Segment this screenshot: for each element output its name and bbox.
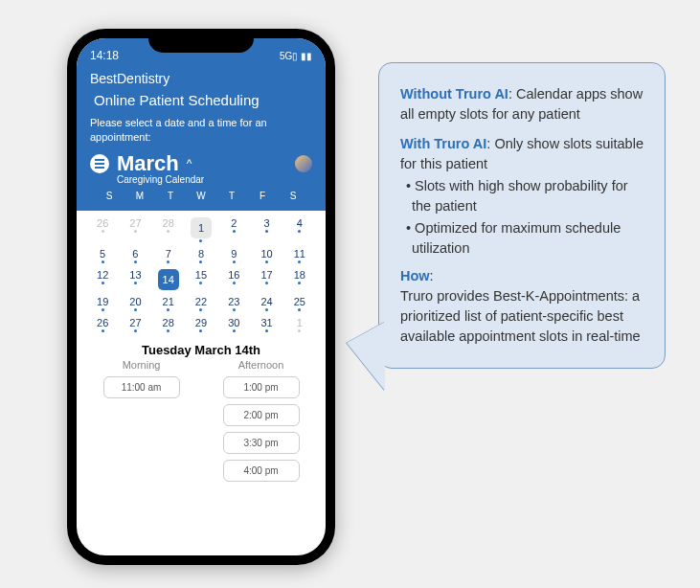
time-slot-button[interactable]: 2:00 pm xyxy=(223,404,300,426)
avatar[interactable] xyxy=(295,155,312,172)
calendar-day[interactable]: 29 xyxy=(185,314,217,335)
calendar-week: 12131415161718 xyxy=(86,266,316,293)
calendar-day[interactable]: 6 xyxy=(119,245,151,266)
callout-tail xyxy=(347,322,385,391)
calendar-day[interactable]: 27 xyxy=(119,215,151,245)
day-of-week-row: SMTWTFS xyxy=(90,191,312,201)
calendar-day[interactable]: 1 xyxy=(283,314,316,335)
dow-cell: T xyxy=(155,191,186,201)
info-callout: Without Truro AI: Calendar apps show all… xyxy=(378,62,666,369)
without-paragraph: Without Truro AI: Calendar apps show all… xyxy=(400,84,644,124)
bullet-item: Slots with high show probability for the… xyxy=(406,176,644,216)
time-slot-button[interactable]: 11:00 am xyxy=(103,376,180,398)
morning-label: Morning xyxy=(96,359,187,371)
calendar-day[interactable]: 9 xyxy=(217,245,250,266)
time-slot-button[interactable]: 4:00 pm xyxy=(223,460,300,482)
calendar-day[interactable]: 23 xyxy=(217,293,250,314)
dow-cell: S xyxy=(278,191,308,201)
how-paragraph: How: Truro provides Best-K-Appointments:… xyxy=(400,266,644,347)
calendar-day[interactable]: 31 xyxy=(250,314,282,335)
calendar-day[interactable]: 18 xyxy=(283,266,316,293)
calendar-day[interactable]: 27 xyxy=(119,314,151,335)
dow-cell: F xyxy=(247,191,278,201)
time-slot-button[interactable]: 1:00 pm xyxy=(223,376,300,398)
time-slots: Morning 11:00 am Afternoon 1:00 pm2:00 p… xyxy=(77,359,326,497)
selected-date-label: Tuesday March 14th xyxy=(77,337,326,359)
how-label: How xyxy=(400,268,430,283)
instruction-text: Please select a date and a time for an a… xyxy=(90,116,312,146)
phone-notch xyxy=(148,29,254,53)
calendar-week: 567891011 xyxy=(86,245,316,266)
dow-cell: T xyxy=(216,191,247,201)
calendar-week: 19202122232425 xyxy=(86,293,316,314)
calendar-day[interactable]: 28 xyxy=(152,215,185,245)
calendar-day[interactable]: 22 xyxy=(185,293,217,314)
time-slot-button[interactable]: 3:30 pm xyxy=(223,432,300,454)
calendar-subtitle: Caregiving Calendar xyxy=(90,174,312,185)
calendar-day[interactable]: 1 xyxy=(185,215,217,245)
calendar-day[interactable]: 10 xyxy=(250,245,282,266)
brand-name: BestDentistry xyxy=(90,71,312,86)
morning-column: Morning 11:00 am xyxy=(96,359,187,487)
calendar-day[interactable]: 14 xyxy=(152,266,185,293)
calendar-week: 2627282930311 xyxy=(86,314,316,335)
with-paragraph: With Truro AI: Only show slots suitable … xyxy=(400,134,644,174)
dow-cell: S xyxy=(94,191,124,201)
dow-cell: M xyxy=(124,191,155,201)
status-time: 14:18 xyxy=(90,49,119,62)
calendar-day[interactable]: 13 xyxy=(119,266,151,293)
without-label: Without Truro AI xyxy=(400,86,508,102)
menu-icon[interactable] xyxy=(90,154,109,173)
calendar-day[interactable]: 12 xyxy=(86,266,119,293)
with-label: With Truro AI xyxy=(400,136,486,151)
calendar-day[interactable]: 19 xyxy=(86,293,119,314)
calendar-day[interactable]: 17 xyxy=(250,266,282,293)
calendar-day[interactable]: 7 xyxy=(152,245,185,266)
calendar-day[interactable]: 2 xyxy=(217,215,250,245)
calendar-day[interactable]: 26 xyxy=(86,314,119,335)
month-selector[interactable]: March ^ xyxy=(90,151,312,176)
calendar-day[interactable]: 4 xyxy=(283,215,316,245)
calendar-day[interactable]: 3 xyxy=(250,215,282,245)
calendar-day[interactable]: 26 xyxy=(86,215,119,245)
calendar-day[interactable]: 28 xyxy=(152,314,185,335)
calendar-day[interactable]: 21 xyxy=(152,293,185,314)
calendar-day[interactable]: 24 xyxy=(250,293,282,314)
calendar-day[interactable]: 11 xyxy=(283,245,316,266)
calendar-day[interactable]: 8 xyxy=(185,245,217,266)
chevron-up-icon[interactable]: ^ xyxy=(187,157,192,170)
phone-screen: 14:18 5G▯ ▮▮ BestDentistry Online Patien… xyxy=(77,38,326,555)
page-title: Online Patient Scheduling xyxy=(90,92,312,108)
calendar-day[interactable]: 16 xyxy=(217,266,250,293)
phone-frame: 14:18 5G▯ ▮▮ BestDentistry Online Patien… xyxy=(67,29,335,565)
calendar-week: 2627281234 xyxy=(86,215,316,245)
calendar-day[interactable]: 5 xyxy=(86,245,119,266)
bullet-item: Optimized for maximum schedule utilizati… xyxy=(406,218,644,259)
calendar-day[interactable]: 25 xyxy=(283,293,316,314)
dow-cell: W xyxy=(186,191,216,201)
app-header: 14:18 5G▯ ▮▮ BestDentistry Online Patien… xyxy=(77,38,326,211)
calendar-day[interactable]: 30 xyxy=(217,314,250,335)
month-name: March xyxy=(117,151,179,176)
status-signal: 5G▯ ▮▮ xyxy=(280,51,312,61)
calendar-day[interactable]: 20 xyxy=(119,293,151,314)
how-text: Truro provides Best-K-Appointments: a pr… xyxy=(400,288,641,344)
afternoon-label: Afternoon xyxy=(215,359,306,371)
calendar-grid: 2627281234567891011121314151617181920212… xyxy=(77,211,326,337)
afternoon-column: Afternoon 1:00 pm2:00 pm3:30 pm4:00 pm xyxy=(215,359,306,487)
calendar-day[interactable]: 15 xyxy=(185,266,217,293)
with-bullets: Slots with high show probability for the… xyxy=(400,176,644,259)
